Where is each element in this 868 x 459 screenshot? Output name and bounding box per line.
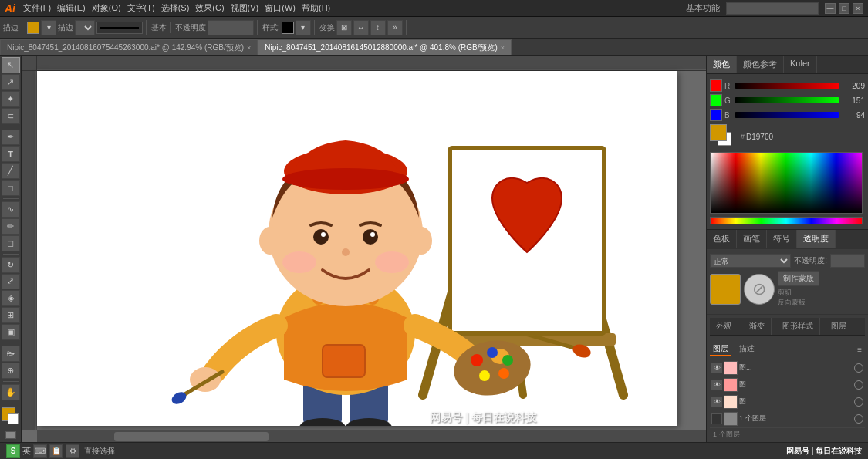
menu-file[interactable]: 文件(F) xyxy=(23,2,51,14)
scale-btn[interactable]: ⤢ xyxy=(2,274,20,290)
zoom-btn[interactable]: ⊕ xyxy=(2,363,20,379)
stroke-toggle-button[interactable]: ▾ xyxy=(41,20,56,35)
task-btn[interactable]: 📋 xyxy=(49,444,63,458)
swatches-tab[interactable]: 色板 xyxy=(707,230,737,248)
style-btn[interactable]: ▾ xyxy=(296,20,311,35)
canvas-document[interactable] xyxy=(37,71,677,426)
lang-btn[interactable]: 英 xyxy=(22,445,31,457)
opacity-input[interactable]: 100% xyxy=(208,20,254,35)
color-preview-boxes[interactable] xyxy=(710,124,735,149)
layer-2-visibility[interactable]: 👁 xyxy=(711,397,722,407)
menu-type[interactable]: 文字(T) xyxy=(127,2,155,14)
tab-1[interactable]: Nipic_8047451_20140816145012880000.ai* @… xyxy=(258,39,512,55)
color-tab[interactable]: 颜色 xyxy=(707,56,737,73)
type-tool-btn[interactable]: T xyxy=(2,146,20,162)
bg-color-box[interactable] xyxy=(8,413,19,424)
menu-select[interactable]: 选择(S) xyxy=(161,2,190,14)
color-preview-row: # D19700 xyxy=(710,124,865,149)
layers-tab[interactable]: 图层 xyxy=(710,343,731,356)
r-slider[interactable] xyxy=(735,83,839,89)
hand-btn[interactable]: ✋ xyxy=(2,384,20,400)
make-mask-button[interactable]: 制作蒙版 xyxy=(778,271,819,286)
stroke-type-select[interactable] xyxy=(75,20,95,35)
color-ref-tab[interactable]: 颜色参考 xyxy=(737,56,784,73)
brushes-tab[interactable]: 画笔 xyxy=(737,230,767,248)
style-swatch[interactable] xyxy=(282,22,294,34)
search-input[interactable] xyxy=(726,2,819,15)
gradient-btn[interactable]: ▣ xyxy=(2,324,20,340)
eraser-btn[interactable]: ◻ xyxy=(2,235,20,251)
status-bar-left: S 英 ⌨ 📋 ⚙ 直接选择 xyxy=(6,444,778,458)
scrollbar-h-thumb[interactable] xyxy=(114,432,269,441)
direct-selection-tool-btn[interactable]: ↗ xyxy=(2,74,20,90)
g-slider[interactable] xyxy=(735,97,839,103)
eyedropper-btn[interactable]: ⌲ xyxy=(2,346,20,362)
pencil-btn[interactable]: ✏ xyxy=(2,218,20,235)
rotate-btn[interactable]: ↻ xyxy=(2,257,20,273)
menu-window[interactable]: 窗口(W) xyxy=(265,2,296,14)
layer-2-target[interactable] xyxy=(854,397,863,407)
opacity-value-input[interactable]: 100% xyxy=(830,254,865,268)
mesh-btn[interactable]: ⊞ xyxy=(2,307,20,323)
layers-tab-label[interactable]: 图层 xyxy=(825,318,853,335)
more-btn[interactable]: » xyxy=(387,20,403,35)
layer-1-visibility[interactable]: 👁 xyxy=(711,380,722,390)
layer-3-visibility[interactable] xyxy=(711,413,722,424)
fg-color[interactable] xyxy=(710,124,727,141)
shape-style-tab[interactable]: 图形样式 xyxy=(776,318,820,335)
fill-color-swatch[interactable] xyxy=(27,22,39,34)
tab-0[interactable]: Nipic_8047451_20140816075445263000.ai* @… xyxy=(0,39,258,55)
minimize-button[interactable]: — xyxy=(825,3,836,14)
tool-sep-2 xyxy=(3,198,19,199)
paintbrush-btn[interactable]: ∿ xyxy=(2,201,20,218)
layer-3-target[interactable] xyxy=(854,414,863,424)
layers-menu-btn[interactable]: ≡ xyxy=(857,346,865,354)
hue-bar[interactable] xyxy=(710,217,863,224)
blend-btn[interactable]: ◈ xyxy=(2,290,20,306)
hex-hash: # xyxy=(741,133,745,140)
layer-0-target[interactable] xyxy=(854,363,863,373)
layer-row-1[interactable]: 👁 图... xyxy=(710,376,865,393)
menu-help[interactable]: 帮助(H) xyxy=(302,2,330,14)
flip-v-btn[interactable]: ↕ xyxy=(370,20,386,35)
kuler-tab[interactable]: Kuler xyxy=(784,56,817,73)
none-color-btn[interactable] xyxy=(5,431,16,439)
transform-x-btn[interactable]: ⊠ xyxy=(336,20,352,35)
line-tool-btn[interactable]: ╱ xyxy=(2,163,20,179)
layer-1-target[interactable] xyxy=(854,380,863,390)
blend-mode-select[interactable]: 正常 xyxy=(710,254,791,268)
trans-thumb-fg[interactable] xyxy=(710,274,741,305)
title-menus: 文件(F) 编辑(E) 对象(O) 文字(T) 选择(S) 效果(C) 视图(V… xyxy=(23,2,330,14)
transparency-tab[interactable]: 透明度 xyxy=(797,230,836,248)
shape-tool-btn[interactable]: □ xyxy=(2,180,20,196)
menu-object[interactable]: 对象(O) xyxy=(92,2,121,14)
hex-value: D19700 xyxy=(746,133,773,141)
close-button[interactable]: × xyxy=(853,3,863,14)
flip-h-btn[interactable]: ↔ xyxy=(353,20,369,35)
magic-wand-btn[interactable]: ✦ xyxy=(2,91,20,107)
menu-effect[interactable]: 效果(C) xyxy=(195,2,224,14)
menu-view[interactable]: 视图(V) xyxy=(231,2,259,14)
b-slider[interactable] xyxy=(735,112,839,118)
layer-row-0[interactable]: 👁 图... xyxy=(710,359,865,376)
maximize-button[interactable]: □ xyxy=(839,3,849,14)
layer-row-3[interactable]: 1 个图层 xyxy=(710,410,865,427)
color-spectrum[interactable] xyxy=(710,152,863,214)
keyboard-btn[interactable]: ⌨ xyxy=(33,444,47,458)
symbols-tab[interactable]: 符号 xyxy=(767,230,797,248)
gradient-tab-label[interactable]: 渐变 xyxy=(743,318,772,335)
selection-tool-btn[interactable]: ↖ xyxy=(2,57,20,73)
lasso-tool-btn[interactable]: ⊂ xyxy=(2,108,20,124)
desc-tab[interactable]: 描述 xyxy=(736,343,758,356)
tab-0-close[interactable]: × xyxy=(247,44,251,52)
tab-1-close[interactable]: × xyxy=(501,44,505,52)
layer-row-2[interactable]: 👁 图... xyxy=(710,393,865,410)
menu-edit[interactable]: 编辑(E) xyxy=(57,2,86,14)
scrollbar-horizontal[interactable] xyxy=(37,430,706,442)
s-btn[interactable]: S xyxy=(6,444,20,458)
settings-btn[interactable]: ⚙ xyxy=(66,444,79,458)
pen-tool-btn[interactable]: ✒ xyxy=(2,130,20,146)
layer-0-visibility[interactable]: 👁 xyxy=(711,363,722,373)
trans-no-symbol[interactable]: ⊘ xyxy=(744,274,775,305)
appearance-tab[interactable]: 外观 xyxy=(710,318,738,335)
